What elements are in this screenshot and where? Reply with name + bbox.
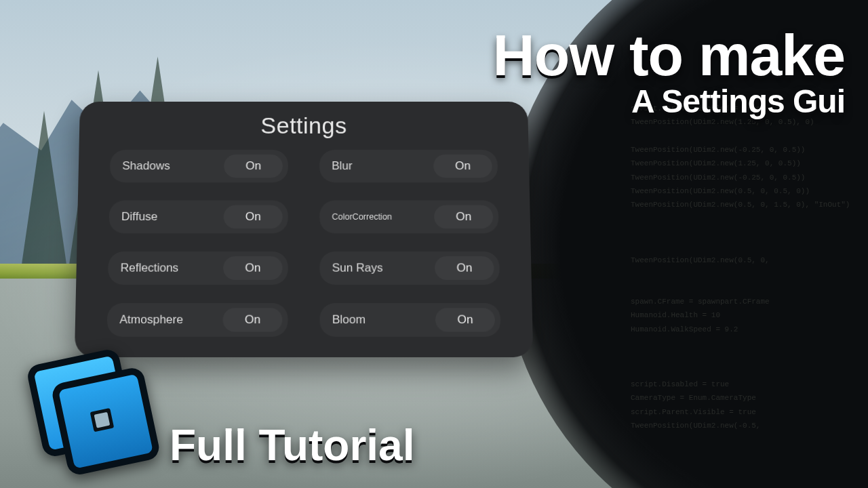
setting-label: Sun Rays — [332, 261, 435, 275]
settings-panel: Settings Shadows On Blur On Diffuse On C… — [75, 102, 533, 357]
setting-row-colorcorrection: ColorCorrection On — [319, 201, 498, 234]
setting-row-reflections: Reflections On — [108, 251, 288, 285]
background-code-snippet: script.Parent.Disabled = true TweenPosit… — [631, 102, 854, 432]
toggle-bloom[interactable]: On — [435, 308, 495, 331]
toggle-atmosphere[interactable]: On — [222, 308, 282, 331]
setting-label: Blur — [332, 159, 433, 173]
bottom-caption: Full Tutorial — [170, 420, 414, 470]
setting-row-blur: Blur On — [319, 150, 498, 182]
setting-row-shadows: Shadows On — [110, 150, 288, 182]
setting-label: Shadows — [122, 159, 224, 173]
svg-rect-3 — [94, 412, 111, 428]
thumbnail-stage: script.Parent.Disabled = true TweenPosit… — [0, 0, 868, 488]
setting-label: ColorCorrection — [332, 212, 434, 222]
toggle-reflections[interactable]: On — [223, 256, 283, 280]
toggle-blur[interactable]: On — [433, 155, 492, 178]
toggle-shadows[interactable]: On — [224, 155, 283, 178]
setting-label: Reflections — [121, 261, 224, 275]
headline-line2: A Settings Gui — [631, 83, 845, 120]
headline-line1: How to make — [493, 22, 845, 89]
toggle-colorcorrection[interactable]: On — [434, 205, 493, 229]
setting-label: Atmosphere — [119, 313, 222, 327]
setting-row-sunrays: Sun Rays On — [319, 251, 500, 285]
settings-grid: Shadows On Blur On Diffuse On ColorCorre… — [75, 147, 532, 337]
setting-row-bloom: Bloom On — [319, 303, 500, 337]
toggle-sunrays[interactable]: On — [435, 256, 494, 280]
setting-row-atmosphere: Atmosphere On — [107, 303, 288, 337]
setting-label: Bloom — [332, 313, 435, 327]
setting-label: Diffuse — [121, 210, 224, 224]
toggle-diffuse[interactable]: On — [224, 205, 283, 229]
setting-row-diffuse: Diffuse On — [108, 201, 288, 234]
settings-title: Settings — [79, 113, 528, 139]
roblox-studio-logo-icon — [19, 346, 161, 474]
